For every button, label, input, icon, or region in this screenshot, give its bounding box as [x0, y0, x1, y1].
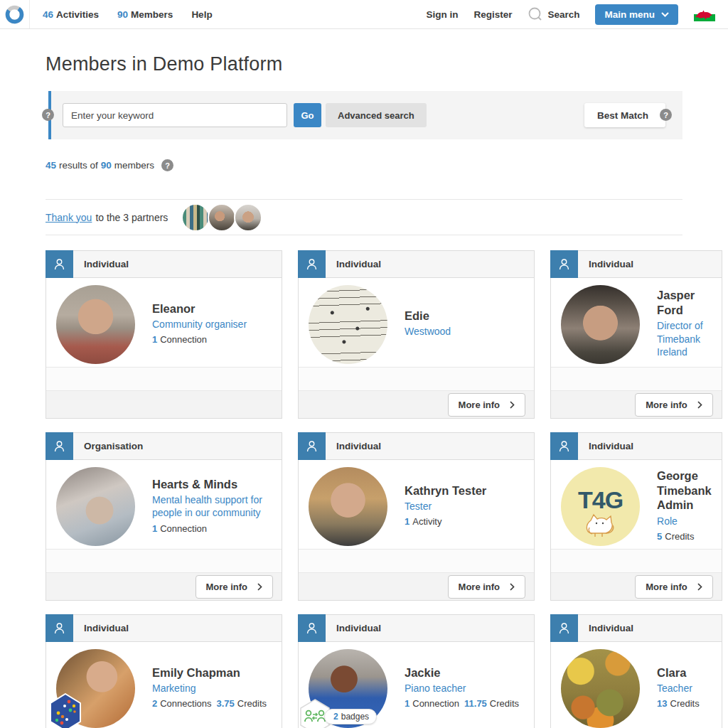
member-role: Westwood	[405, 325, 451, 338]
member-name: Edie	[405, 309, 451, 323]
cat-icon	[581, 512, 618, 540]
best-match-sort-button[interactable]: Best Match	[584, 103, 665, 127]
sign-in-link[interactable]: Sign in	[426, 9, 458, 20]
results-summary: 45 results of 90 members	[46, 159, 682, 171]
member-type-label: Individual	[336, 623, 381, 633]
partner-avatar[interactable]	[234, 203, 262, 232]
chevron-down-icon	[661, 12, 669, 17]
member-type-label: Individual	[336, 441, 381, 451]
person-icon	[298, 614, 326, 642]
member-role: Community organiser	[152, 318, 247, 331]
keyword-search-input[interactable]	[63, 103, 287, 127]
welsh-flag-icon[interactable]	[694, 7, 715, 21]
page-title: Members in Demo Platform	[46, 53, 682, 75]
member-avatar[interactable]	[561, 649, 640, 728]
chevron-right-icon	[510, 583, 515, 591]
member-stats: 1Connection11.75Credits	[405, 698, 524, 709]
partners-text: to the 3 partners	[95, 212, 168, 223]
member-name: George Timebank Admin	[657, 469, 712, 513]
results-help-icon[interactable]	[161, 159, 173, 171]
member-card-clara: Individual Clara Teacher 13Credits	[550, 614, 722, 728]
member-card-emily-chapman: Individual Emily Chapman Marketing 2Conn…	[46, 614, 282, 728]
member-avatar[interactable]	[56, 285, 135, 364]
member-stats: 1Connection	[152, 523, 272, 534]
member-type-label: Individual	[589, 623, 633, 633]
member-search-panel: Go Advanced search Best Match	[48, 91, 682, 139]
primary-nav: 46Activities 90Members Help	[43, 9, 213, 20]
member-name: Emily Chapman	[152, 665, 272, 680]
partner-avatar[interactable]	[208, 203, 236, 232]
member-avatar[interactable]: T4G	[561, 467, 640, 546]
member-role: Teacher	[657, 682, 705, 695]
member-avatar[interactable]	[56, 467, 135, 546]
member-card-george-timebank-admin: Individual T4G George Timebank Admin Rol…	[550, 432, 722, 601]
top-navigation-bar: 46Activities 90Members Help Sign in Regi…	[0, 0, 728, 29]
more-info-button[interactable]: More info	[196, 575, 274, 599]
thank-you-link[interactable]: Thank you	[46, 212, 92, 223]
person-icon	[550, 432, 578, 460]
member-type-label: Individual	[589, 441, 633, 451]
more-info-button[interactable]: More info	[635, 393, 713, 417]
secondary-nav: Sign in Register Search Main menu	[426, 4, 715, 25]
member-avatar[interactable]	[309, 285, 387, 364]
partner-avatar[interactable]	[181, 203, 210, 232]
partners-row: Thank you to the 3 partners	[46, 199, 682, 235]
person-icon	[550, 250, 578, 278]
go-button[interactable]: Go	[294, 103, 321, 127]
search-link[interactable]: Search	[528, 6, 579, 22]
badge-count-pill: 2badges	[324, 709, 377, 724]
member-type-label: Individual	[336, 259, 381, 269]
avatar-t4g-text: T4G	[578, 486, 623, 514]
member-role: Piano teacher	[405, 682, 524, 695]
chevron-right-icon	[510, 401, 515, 409]
platform-logo[interactable]	[0, 0, 30, 28]
member-name: Jasper Ford	[657, 288, 712, 317]
member-type-label: Individual	[589, 259, 633, 269]
member-card-jasper-ford: Individual Jasper Ford Director of Timeb…	[550, 250, 722, 419]
member-avatar[interactable]	[309, 467, 387, 546]
member-stats: 13Credits	[657, 698, 705, 709]
search-icon	[528, 6, 543, 22]
member-type-label: Individual	[84, 259, 129, 269]
member-stats: 1Connection	[152, 334, 247, 345]
member-name: Hearts & Minds	[152, 477, 272, 492]
member-stats: 5Credits	[657, 531, 712, 542]
member-role: Tester	[405, 500, 486, 513]
chevron-right-icon	[257, 583, 262, 591]
logo-ring-icon	[5, 5, 24, 24]
member-card-eleanor: Individual Eleanor Community organiser 1…	[46, 250, 282, 419]
member-card-jackie: Individual 2badges Jackie	[298, 614, 535, 728]
person-icon	[46, 432, 73, 460]
members-grid: Individual Eleanor Community organiser 1…	[46, 250, 682, 728]
chevron-right-icon	[697, 583, 702, 591]
person-icon	[298, 250, 326, 278]
nav-members[interactable]: 90Members	[117, 9, 173, 20]
member-role: Director of Timebank Ireland	[657, 319, 712, 358]
more-info-button[interactable]: More info	[448, 575, 526, 599]
member-role: Marketing	[152, 682, 272, 695]
member-avatar[interactable]	[561, 285, 640, 364]
advanced-search-button[interactable]: Advanced search	[326, 103, 427, 127]
nav-help[interactable]: Help	[191, 9, 212, 20]
confetti-badge-icon[interactable]	[48, 693, 83, 728]
member-name: Kathryn Tester	[405, 483, 486, 498]
nav-activities[interactable]: 46Activities	[43, 9, 99, 20]
person-icon	[46, 250, 73, 278]
register-link[interactable]: Register	[473, 9, 512, 20]
member-role: Mental health support for people in our …	[152, 493, 272, 519]
more-info-button[interactable]: More info	[635, 575, 713, 599]
search-help-icon[interactable]	[42, 109, 54, 121]
member-stats: 1Activity	[405, 516, 486, 527]
member-type-label: Individual	[84, 623, 129, 633]
member-name: Clara	[657, 665, 705, 680]
badges-group[interactable]: 2badges	[299, 699, 377, 728]
person-icon	[46, 614, 73, 642]
member-card-edie: Individual Edie Westwood More info	[298, 250, 535, 419]
member-card-kathryn-tester: Individual Kathryn Tester Tester 1Activi…	[298, 432, 535, 601]
main-menu-button[interactable]: Main menu	[595, 4, 678, 25]
member-stats: 2Connections3.75Credits	[152, 698, 272, 709]
person-icon	[298, 432, 326, 460]
member-type-label: Organisation	[84, 441, 143, 451]
sort-help-icon[interactable]	[660, 109, 672, 121]
more-info-button[interactable]: More info	[448, 393, 526, 417]
